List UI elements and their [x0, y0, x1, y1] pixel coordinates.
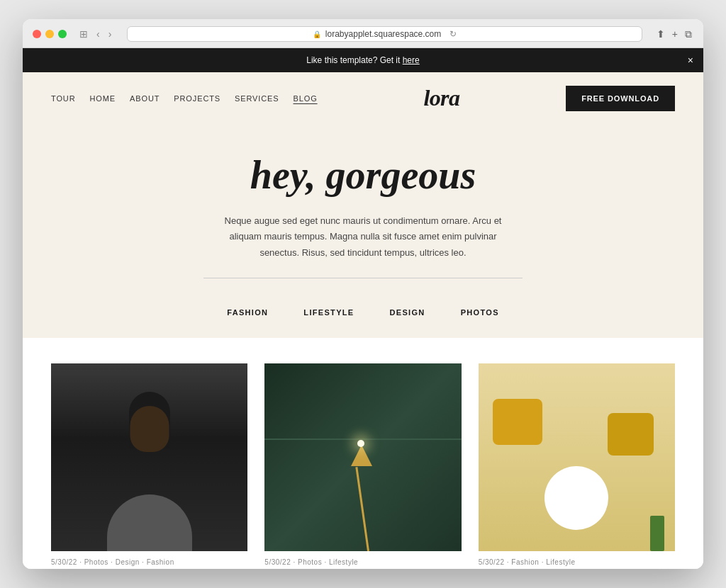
portrait-face	[130, 406, 169, 452]
lamp-bulb	[357, 440, 364, 447]
hero-divider	[203, 278, 523, 278]
category-design[interactable]: DESIGN	[390, 308, 425, 317]
window-menu-button[interactable]: ⊞	[77, 27, 91, 41]
traffic-light-green[interactable]	[58, 30, 67, 38]
banner-link[interactable]: here	[403, 55, 420, 65]
browser-chrome: ⊞ ‹ › 🔒 lorabyapplet.squarespace.com ↻ ⬆…	[23, 19, 703, 48]
new-tab-button[interactable]: +	[671, 27, 679, 42]
hero-description: Neque augue sed eget nunc mauris ut cond…	[214, 213, 512, 260]
blog-meta-3: 5/30/22 · Fashion · Lifestyle	[479, 551, 675, 569]
banner-close-button[interactable]: ×	[688, 55, 693, 66]
browser-controls: ⊞ ‹ ›	[77, 27, 114, 41]
nav-link-about[interactable]: ABOUT	[130, 94, 160, 103]
lock-icon: 🔒	[313, 30, 321, 38]
nav-link-home[interactable]: HOME	[89, 94, 116, 103]
url-text: lorabyapplet.squarespace.com	[325, 29, 441, 39]
category-fashion[interactable]: FASHION	[227, 308, 268, 317]
browser-actions: ⬆ + ⧉	[655, 27, 693, 42]
share-button[interactable]: ⬆	[655, 27, 666, 42]
blog-card-2[interactable]: 5/30/22 · Photos · Lifestyle	[264, 363, 461, 569]
nav-link-services[interactable]: SERVICES	[235, 94, 279, 103]
address-bar[interactable]: 🔒 lorabyapplet.squarespace.com ↻	[127, 26, 642, 42]
darkroom-image	[264, 363, 461, 551]
nav-link-projects[interactable]: PROJECTS	[174, 94, 220, 103]
forward-button[interactable]: ›	[106, 27, 115, 41]
promo-banner: Like this template? Get it here ×	[23, 48, 703, 72]
chair-1	[493, 399, 542, 445]
blog-image-2	[264, 363, 461, 551]
blog-grid: 5/30/22 · Photos · Design · Fashion 5/30…	[23, 338, 703, 569]
nav-links: TOUR HOME ABOUT PROJECTS SERVICES BLOG	[51, 94, 318, 103]
browser-window: ⊞ ‹ › 🔒 lorabyapplet.squarespace.com ↻ ⬆…	[23, 19, 703, 568]
traffic-light-red[interactable]	[33, 30, 41, 38]
blog-card-1[interactable]: 5/30/22 · Photos · Design · Fashion	[51, 363, 247, 569]
back-button[interactable]: ‹	[94, 27, 103, 41]
plant	[650, 516, 664, 551]
coffee-table	[544, 466, 608, 530]
portrait-shoulders	[107, 494, 192, 551]
hero-title: hey, gorgeous	[51, 152, 675, 198]
site-logo[interactable]: lora	[423, 85, 459, 111]
chairs-image	[479, 363, 675, 551]
blog-meta-2: 5/30/22 · Photos · Lifestyle	[264, 551, 461, 569]
banner-text: Like this template? Get it	[306, 55, 402, 65]
free-download-button[interactable]: Free download	[566, 86, 675, 111]
blog-image-1	[51, 363, 247, 551]
blog-meta-1: 5/30/22 · Photos · Design · Fashion	[51, 551, 247, 569]
blog-image-3	[479, 363, 675, 551]
portrait-image	[51, 363, 247, 551]
hero-section: hey, gorgeous Neque augue sed eget nunc …	[23, 124, 703, 307]
refresh-icon[interactable]: ↻	[449, 29, 457, 39]
category-lifestyle[interactable]: LIFESTYLE	[303, 308, 354, 317]
blog-card-3[interactable]: 5/30/22 · Fashion · Lifestyle	[479, 363, 675, 569]
nav-link-tour[interactable]: TOUR	[51, 94, 75, 103]
lamp-base	[355, 467, 369, 551]
blog-categories: FASHION LIFESTYLE DESIGN PHOTOS	[23, 308, 703, 338]
category-photos[interactable]: PHOTOS	[461, 308, 499, 317]
traffic-light-yellow[interactable]	[45, 30, 54, 38]
lamp-shade	[351, 445, 372, 466]
tabs-button[interactable]: ⧉	[683, 27, 693, 42]
nav: TOUR HOME ABOUT PROJECTS SERVICES BLOG l…	[23, 72, 703, 124]
chair-2	[608, 413, 654, 456]
wall-line	[264, 439, 461, 440]
website: Like this template? Get it here × TOUR H…	[23, 48, 703, 568]
traffic-lights	[33, 30, 67, 38]
nav-link-blog[interactable]: BLOG	[294, 94, 318, 103]
